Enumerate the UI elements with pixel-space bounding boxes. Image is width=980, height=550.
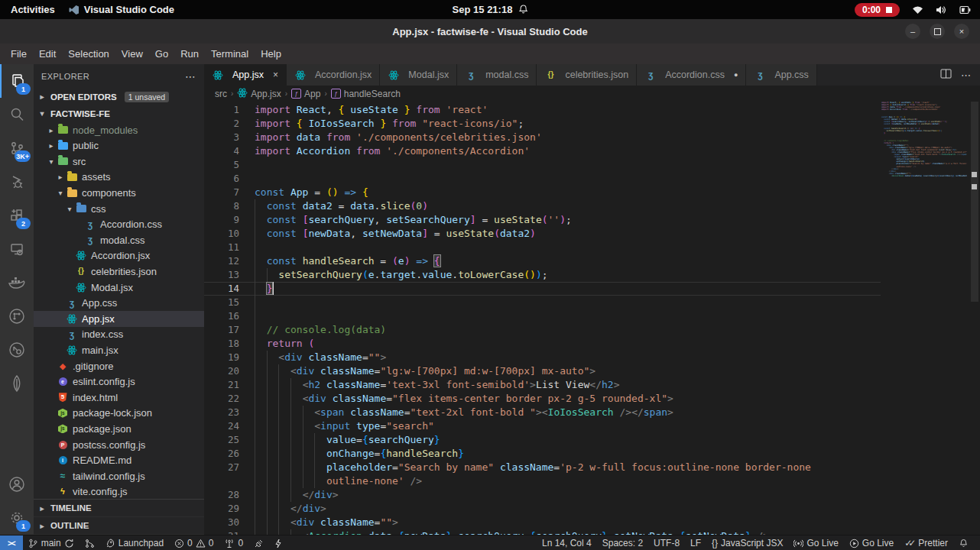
activity-settings[interactable]: 1 [0,501,34,535]
tab-accordion-jsx[interactable]: Accordion.jsx [287,64,380,86]
activity-explorer[interactable]: 1 [0,64,34,98]
line-number[interactable]: 27 [204,461,239,474]
line-number[interactable]: 6 [204,172,239,186]
status-encoding[interactable]: UTF-8 [648,535,685,550]
status-go-live-server[interactable]: Go Live [844,535,899,550]
tree-item-components[interactable]: ▾components [34,185,204,201]
line-number[interactable]: 16 [204,309,239,323]
code-line-14[interactable]: 14 } [204,282,881,296]
maximize-button[interactable] [930,24,945,39]
line-number[interactable]: 11 [204,241,239,254]
activity-mongodb[interactable] [0,367,34,400]
code-line-29[interactable]: 29 </div> [204,502,881,516]
line-number[interactable]: 25 [204,433,239,447]
tree-item-accordion-css[interactable]: ʒAccordion.css [34,216,204,232]
tree-item-modal-jsx[interactable]: Modal.jsx [34,280,204,296]
line-number[interactable]: 13 [204,268,239,282]
tree-item-app-css[interactable]: ʒApp.css [34,295,204,311]
status-debug-console[interactable] [248,535,269,550]
breadcrumb-app[interactable]: ƒApp [291,89,320,99]
code-line-31[interactable]: 31 <Accordion data={newData} searchQuery… [204,529,881,535]
status-power[interactable] [269,535,287,550]
line-number[interactable]: 17 [204,323,239,337]
line-number[interactable]: 24 [204,419,239,433]
code-line-9[interactable]: 9 const [searchQuery, setSearchQuery] = … [204,213,881,227]
status-notifications[interactable] [953,535,974,550]
activity-remote-explorer[interactable] [0,232,34,266]
code-line-18[interactable]: 18 return ( [204,337,881,351]
activity-search[interactable] [0,98,34,131]
code-line-16[interactable]: 16 [204,309,881,323]
line-number[interactable]: 8 [204,199,239,213]
status-cursor-position[interactable]: Ln 14, Col 4 [537,535,597,550]
code-line-13[interactable]: 13 setSearchQuery(e.target.value.toLower… [204,268,881,282]
status-launchpad[interactable]: Launchpad [100,535,169,550]
line-number[interactable]: 26 [204,447,239,461]
tree-item-package-lock-json[interactable]: jspackage-lock.json [34,406,204,422]
tab-celebrities-json[interactable]: {}celebrities.json [537,64,637,86]
status-indentation[interactable]: Spaces: 2 [597,535,648,550]
open-editors-section[interactable]: ▸ OPEN EDITORS 1 unsaved [34,89,204,105]
line-number[interactable]: 14 [204,282,239,296]
tab-modal-jsx[interactable]: Modal.jsx [380,64,457,86]
menu-view[interactable]: View [115,46,149,62]
tab-app-jsx[interactable]: App.jsx× [204,64,287,86]
line-number[interactable]: 31 [204,529,239,535]
code-line-7[interactable]: 7const App = () => { [204,186,881,199]
code-line-21[interactable]: 21 <h2 className='text-3xl font-semibold… [204,378,881,392]
code-line-8[interactable]: 8 const data2 = data.slice(0) [204,199,881,213]
tab-modal-css[interactable]: ʒmodal.css [457,64,537,86]
status-commit-graph[interactable] [80,535,100,550]
line-number[interactable]: 28 [204,488,239,502]
tree-item-accordion-jsx[interactable]: Accordion.jsx [34,248,204,264]
code-line-4[interactable]: 4import Accordion from './components/Acc… [204,144,881,158]
breadcrumb-handlesearch[interactable]: ƒhandleSearch [331,89,401,99]
menu-selection[interactable]: Selection [62,46,115,62]
tree-item-celebrities-json[interactable]: {}celebrities.json [34,264,204,280]
code-line-19[interactable]: 19 <div className=""> [204,351,881,364]
menu-file[interactable]: File [5,46,33,62]
code-line-wrap[interactable]: outline-none' /> [204,474,881,488]
menu-run[interactable]: Run [174,46,205,62]
code-line-22[interactable]: 22 <div className="flex items-center bor… [204,392,881,406]
volume-icon[interactable] [936,5,946,15]
code-line-26[interactable]: 26 onChange={handleSearch} [204,447,881,461]
split-editor-icon[interactable] [940,69,952,81]
line-number[interactable]: 29 [204,502,239,516]
code-line-5[interactable]: 5 [204,158,881,172]
activity-source-control[interactable]: 3K+ [0,131,34,165]
editor-more-actions[interactable]: ⋯ [961,70,971,81]
line-number[interactable]: 5 [204,158,239,172]
tree-item-main-jsx[interactable]: main.jsx [34,342,204,358]
code-line-23[interactable]: 23 <span className="text-2xl font-bold "… [204,406,881,419]
minimize-button[interactable]: – [905,24,920,39]
tree-item-index-css[interactable]: ʒindex.css [34,327,204,343]
menu-edit[interactable]: Edit [33,46,62,62]
status-problems[interactable]: 00 [169,535,219,550]
activity-run-debug[interactable] [0,165,34,199]
focused-app[interactable]: Visual Studio Code [69,4,174,15]
wifi-icon[interactable] [912,5,923,15]
tree-item-readme-md[interactable]: iREADME.md [34,452,204,468]
minimap[interactable]: import React, { useState } from 'react'i… [881,102,967,535]
tree-item-postcss-config-js[interactable]: Ppostcss.config.js [34,437,204,453]
line-number[interactable]: 4 [204,144,239,158]
activity-git-graph[interactable] [0,299,34,333]
code-line-12[interactable]: 12 const handleSearch = (e) => { [204,254,881,268]
section-timeline[interactable]: ▸TIMELINE [34,500,204,517]
code-line-20[interactable]: 20 <div className="lg:w-[700px] md:w-[70… [204,364,881,378]
activity-extensions[interactable]: 2 [0,199,34,232]
line-number[interactable]: 20 [204,364,239,378]
code-line-24[interactable]: 24 <input type="search" [204,419,881,433]
code-line-27[interactable]: 27 placeholder="Search by name" classNam… [204,461,881,474]
tab-accordion-css[interactable]: ʒAccordion.css● [637,64,746,86]
line-number[interactable]: 30 [204,516,239,529]
editor-scrollbar[interactable] [967,102,980,535]
clock[interactable]: Sep 15 21:18 [453,4,528,15]
workspace-root[interactable]: ▾ FACTWISE-FE [34,105,204,122]
line-number[interactable]: 3 [204,131,239,144]
line-number[interactable]: 1 [204,103,239,117]
tree-item-src[interactable]: ▾src [34,154,204,170]
tree-item-vite-config-js[interactable]: ϟvite.config.js [34,484,204,500]
close-button[interactable]: × [954,24,969,39]
